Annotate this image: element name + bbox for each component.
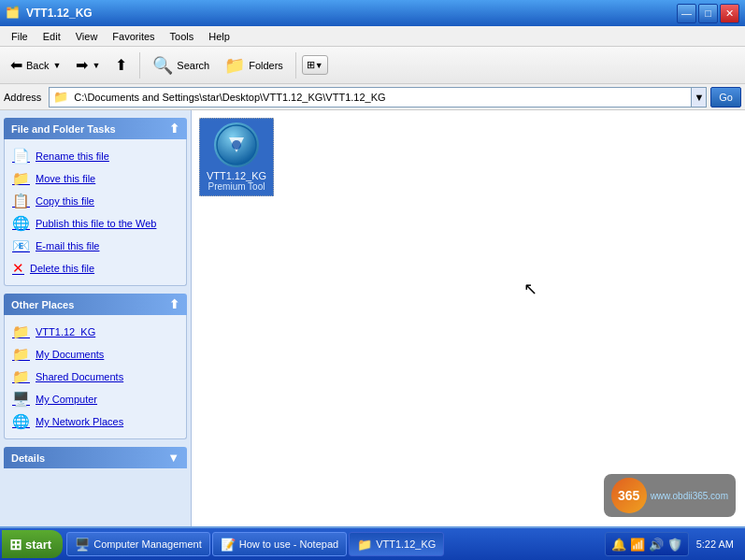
file-tasks-collapse-icon[interactable]: ⬆: [169, 122, 179, 136]
main-content: File and Folder Tasks ⬆ 📄 Rename this fi…: [0, 110, 745, 526]
delete-file-item[interactable]: ✕ Delete this file: [8, 257, 182, 280]
taskbar-vtt[interactable]: 📁 VTT1.12_KG: [349, 532, 444, 556]
other-vtt-label: VTT1.12_KG: [36, 326, 95, 337]
search-icon: 🔍: [152, 55, 173, 76]
menu-help[interactable]: Help: [201, 29, 237, 44]
forward-icon: ➡: [76, 56, 88, 74]
file-tasks-title: File and Folder Tasks: [11, 123, 116, 135]
windows-icon: ⊞: [9, 536, 21, 553]
file-icon-vtt[interactable]: VTT1.12_KG Premium Tool: [199, 118, 274, 196]
close-button[interactable]: ✕: [720, 4, 739, 23]
start-label: start: [25, 538, 51, 552]
svg-point-1: [232, 140, 241, 150]
title-bar-icon: 🗂️: [6, 6, 21, 21]
menu-view[interactable]: View: [68, 29, 106, 44]
email-file-item[interactable]: 📧 E-mail this file: [8, 235, 182, 257]
right-content: VTT1.12_KG Premium Tool ↖ 365 www.obdii3…: [192, 110, 745, 526]
file-icon-name: VTT1.12_KG: [207, 170, 266, 181]
taskbar-notepad[interactable]: 📝 How to use - Notepad: [212, 532, 347, 556]
taskbar-vtt-icon: 📁: [357, 538, 372, 552]
watermark-text: 365: [618, 488, 639, 503]
menu-file[interactable]: File: [4, 29, 36, 44]
back-button[interactable]: ⬅ Back ▼: [4, 52, 67, 78]
other-places-section: Other Places ⬆ 📁 VTT1.12_KG 📁 My Documen…: [4, 294, 187, 439]
address-label: Address: [4, 92, 41, 103]
up-button[interactable]: ⬆: [108, 52, 134, 78]
forward-button[interactable]: ➡ ▼: [69, 52, 107, 78]
left-panel: File and Folder Tasks ⬆ 📄 Rename this fi…: [0, 110, 192, 526]
menu-tools[interactable]: Tools: [163, 29, 202, 44]
rename-icon: 📄: [12, 148, 30, 165]
my-documents-item[interactable]: 📁 My Documents: [8, 343, 182, 366]
email-icon: 📧: [12, 237, 30, 254]
details-title: Details: [11, 452, 45, 464]
rename-file-item[interactable]: 📄 Rename this file: [8, 145, 182, 167]
views-button[interactable]: ⊞ ▼: [302, 55, 328, 75]
search-button[interactable]: 🔍 Search: [146, 51, 216, 79]
other-places-collapse-icon[interactable]: ⬆: [169, 297, 179, 311]
my-computer-icon: 🖥️: [12, 391, 30, 408]
views-dropdown-icon: ▼: [315, 61, 323, 70]
systray-volume-icon: 🔊: [649, 538, 664, 552]
title-bar-buttons: — □ ✕: [677, 4, 739, 23]
address-folder-icon: 📁: [53, 90, 68, 104]
file-tasks-header[interactable]: File and Folder Tasks ⬆: [4, 118, 187, 139]
address-input[interactable]: [72, 91, 691, 104]
up-icon: ⬆: [115, 56, 127, 74]
taskbar-right: 🔔 📶 🔊 🛡️ 5:22 AM: [597, 532, 745, 556]
my-computer-item[interactable]: 🖥️ My Computer: [8, 388, 182, 410]
other-places-header[interactable]: Other Places ⬆: [4, 294, 187, 315]
publish-icon: 🌐: [12, 215, 30, 232]
watermark-circle: 365: [611, 478, 647, 513]
details-section: Details ▼: [4, 447, 187, 468]
file-icon-sublabel: Premium Tool: [208, 181, 265, 192]
taskbar-notepad-icon: 📝: [221, 538, 236, 552]
other-vtt-item[interactable]: 📁 VTT1.12_KG: [8, 321, 182, 343]
systray-notify-icon: 🔔: [611, 538, 626, 552]
address-input-wrap: 📁 ▼: [49, 87, 707, 108]
delete-icon: ✕: [12, 260, 24, 277]
rename-label: Rename this file: [36, 151, 109, 162]
copy-file-item[interactable]: 📋 Copy this file: [8, 190, 182, 212]
publish-file-item[interactable]: 🌐 Publish this file to the Web: [8, 212, 182, 235]
menu-edit[interactable]: Edit: [36, 29, 68, 44]
watermark: 365 www.obdii365.com: [604, 474, 736, 517]
minimize-button[interactable]: —: [677, 4, 696, 23]
sys-tray: 🔔 📶 🔊 🛡️: [605, 532, 689, 556]
move-label: Move this file: [36, 173, 95, 184]
toolbar: ⬅ Back ▼ ➡ ▼ ⬆ 🔍 Search 📁 Folders ⊞ ▼: [0, 47, 745, 84]
move-icon: 📁: [12, 170, 30, 187]
address-dropdown[interactable]: ▼: [691, 88, 706, 107]
menu-bar: File Edit View Favorites Tools Help: [0, 26, 745, 47]
views-icon: ⊞: [307, 59, 315, 71]
my-computer-label: My Computer: [36, 394, 97, 405]
taskbar-computer-management[interactable]: 🖥️ Computer Management: [66, 532, 210, 556]
my-documents-label: My Documents: [36, 349, 104, 360]
taskbar-notepad-label: How to use - Notepad: [239, 538, 338, 550]
move-file-item[interactable]: 📁 Move this file: [8, 167, 182, 190]
taskbar-computer-icon: 🖥️: [75, 538, 90, 552]
toolbar-separator-2: [295, 52, 296, 79]
network-places-item[interactable]: 🌐 My Network Places: [8, 410, 182, 433]
go-button[interactable]: Go: [710, 87, 741, 108]
details-header[interactable]: Details ▼: [4, 447, 187, 468]
my-documents-icon: 📁: [12, 346, 30, 363]
title-bar-title: VTT1.12_KG: [26, 7, 677, 20]
folders-label: Folders: [249, 60, 283, 71]
other-places-body: 📁 VTT1.12_KG 📁 My Documents 📁 Shared Doc…: [4, 315, 187, 439]
folders-icon: 📁: [224, 55, 245, 76]
folders-button[interactable]: 📁 Folders: [218, 51, 290, 79]
address-bar: Address 📁 ▼ Go: [0, 84, 745, 110]
details-collapse-icon[interactable]: ▼: [167, 451, 179, 465]
network-label: My Network Places: [36, 416, 123, 427]
copy-label: Copy this file: [36, 195, 94, 207]
clock-display: 5:22 AM: [693, 538, 738, 550]
systray-shield-icon: 🛡️: [667, 538, 682, 552]
menu-favorites[interactable]: Favorites: [105, 29, 162, 44]
title-bar: 🗂️ VTT1.12_KG — □ ✕: [0, 0, 745, 26]
shared-documents-item[interactable]: 📁 Shared Documents: [8, 366, 182, 388]
start-button[interactable]: ⊞ start: [2, 530, 63, 558]
maximize-button[interactable]: □: [698, 4, 718, 23]
file-icon-image: [214, 122, 259, 167]
taskbar: ⊞ start 🖥️ Computer Management 📝 How to …: [0, 526, 745, 560]
